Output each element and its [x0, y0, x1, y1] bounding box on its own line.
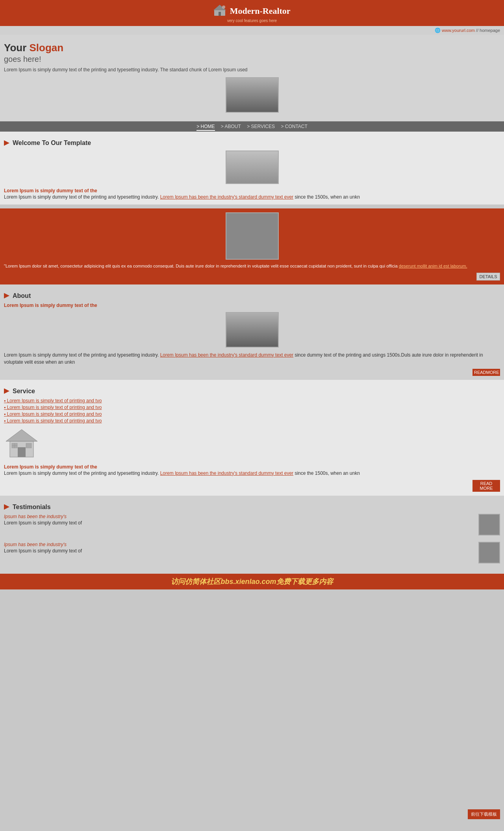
testimonial-image-2 [478, 542, 500, 563]
nav-contact[interactable]: > CONTACT [281, 124, 307, 129]
welcome-red-bold: Lorem Ipsum is simply dummy text of the [4, 188, 500, 193]
globe-icon: 🌐 [435, 28, 442, 33]
house-svg [4, 428, 39, 459]
testimonials-heading: Testimonials [13, 504, 51, 511]
welcome-heading-container: Welcome To Our Template [4, 139, 500, 147]
footer-watermark: 访问仿简体社区bbs.xienlao.com免费下载更多内容 [0, 574, 504, 589]
service-red-bold: Lorem Ipsum is simply dummy text of the [4, 464, 500, 470]
service-arrow-icon [4, 389, 9, 394]
about-section: About Lorem Ipsum is simply dummy text o… [0, 284, 504, 380]
svg-rect-6 [18, 447, 26, 457]
svg-point-3 [222, 6, 225, 9]
top-nav-bar: 🌐 www.yoururl.com // homepage [0, 26, 504, 35]
welcome-heading: Welcome To Our Template [13, 139, 91, 147]
main-navigation: > HOME > ABOUT > SERVICES > CONTACT [0, 121, 504, 132]
service-links: Lorem Ipsum is simply text of printing a… [4, 398, 500, 424]
welcome-body: Lorem Ipsum is simply dummy text of the … [4, 193, 500, 201]
testimonials-heading-container: Testimonials [4, 504, 500, 511]
svg-marker-4 [6, 429, 37, 441]
service-body: Lorem Ipsum is simply dummy text of the … [4, 470, 500, 477]
welcome-section: Welcome To Our Template Lorem Ipsum is s… [4, 139, 500, 201]
top-nav-url[interactable]: www.yoururl.com [442, 28, 475, 33]
service-link-1[interactable]: Lorem Ipsum is simply text of printing a… [4, 398, 500, 403]
banner-quote-text: "Lorem Ipsum dolor sit amet, consectetur… [4, 264, 399, 268]
about-red-bold: Lorem Ipsum is simply dummy text of the [4, 303, 500, 308]
slogan-bold: Slogan [30, 42, 64, 54]
welcome-body-text2: since the 1500s, when an unkn [293, 194, 360, 200]
top-nav-home: // homepage [476, 28, 500, 33]
service-body-text2: since the 1500s, when an unkn [293, 470, 360, 476]
service-link-text[interactable]: Lorem Ipsum has been the industry's stan… [160, 470, 293, 476]
service-link-3[interactable]: Lorem Ipsum is simply text of printing a… [4, 411, 500, 417]
welcome-body-text: Lorem Ipsum is simply dummy text of the … [4, 194, 160, 200]
about-heading: About [13, 292, 31, 299]
service-body-text: Lorem Ipsum is simply dummy text of the … [4, 470, 160, 476]
logo-name: Modern-Realtor [230, 6, 291, 16]
service-heading: Service [13, 388, 35, 395]
readmore-button-service[interactable]: READ MORE [472, 480, 500, 492]
svg-rect-8 [26, 443, 32, 448]
slogan-your: Your [4, 42, 30, 54]
logo: Modern-Realtor very cool features goes h… [0, 4, 504, 23]
service-link-2[interactable]: Lorem Ipsum is simply text of printing a… [4, 405, 500, 410]
logo-icon [213, 4, 226, 18]
about-body: Lorem Ipsum is simply dummy text of the … [4, 351, 500, 366]
banner-quote: "Lorem Ipsum dolor sit amet, consectetur… [4, 263, 500, 270]
about-link[interactable]: Lorem Ipsum has been the industry's stan… [160, 352, 293, 358]
red-banner-section: "Lorem Ipsum dolor sit amet, consectetur… [0, 208, 504, 284]
details-button[interactable]: DETAILS [476, 273, 500, 281]
nav-home[interactable]: > HOME [196, 124, 215, 131]
testimonial-author-2: Ipsum has been the industry's [4, 542, 500, 547]
hero-image [226, 77, 279, 113]
hero-section: Your Slogan goes here! Lorem Ipsum is si… [0, 35, 504, 121]
about-heading-container: About [4, 292, 500, 299]
service-link-4[interactable]: Lorem Ipsum is simply text of printing a… [4, 418, 500, 424]
hero-body-text: Lorem Ipsum is simply dummy text of the … [4, 67, 500, 73]
testimonial-text-1: Lorem Ipsum is simply dummy text of [4, 520, 500, 526]
readmore-button-about[interactable]: READMORE [472, 369, 500, 376]
service-section: Service Lorem Ipsum is simply text of pr… [0, 380, 504, 496]
testimonial-text-2: Lorem Ipsum is simply dummy text of [4, 548, 500, 554]
testimonials-section: Testimonials Ipsum has been the industry… [0, 496, 504, 574]
slogan-line1: Your Slogan [4, 42, 500, 54]
slogan-goes: goes here! [4, 55, 500, 64]
testimonial-item-2: Ipsum has been the industry's Lorem Ipsu… [4, 542, 500, 563]
welcome-arrow-icon [4, 140, 9, 146]
welcome-link[interactable]: Lorem Ipsum has been the industry's stan… [160, 194, 293, 200]
nav-services[interactable]: > SERVICES [247, 124, 275, 129]
about-arrow-icon [4, 293, 9, 299]
banner-quote-link[interactable]: deserunt mollit anim id est laborum. [399, 264, 467, 268]
watermark-text: 访问仿简体社区bbs.xienlao.com免费下载更多内容 [3, 577, 501, 586]
about-body-text: Lorem Ipsum is simply dummy text of the … [4, 352, 160, 358]
header: Modern-Realtor very cool features goes h… [0, 0, 504, 26]
banner-image [226, 212, 279, 260]
logo-subtitle: very cool features goes here [0, 19, 504, 23]
nav-about[interactable]: > ABOUT [221, 124, 241, 129]
about-image [226, 312, 279, 348]
testimonial-item-1: Ipsum has been the industry's Lorem Ipsu… [4, 514, 500, 535]
welcome-image [226, 151, 279, 184]
testimonial-author-1: Ipsum has been the industry's [4, 514, 500, 519]
service-heading-container: Service [4, 388, 500, 395]
testimonial-image-1 [478, 514, 500, 535]
service-house-icon [4, 428, 500, 460]
main-content: Welcome To Our Template Lorem Ipsum is s… [0, 132, 504, 204]
testimonials-arrow-icon [4, 504, 9, 510]
svg-rect-2 [219, 12, 221, 16]
